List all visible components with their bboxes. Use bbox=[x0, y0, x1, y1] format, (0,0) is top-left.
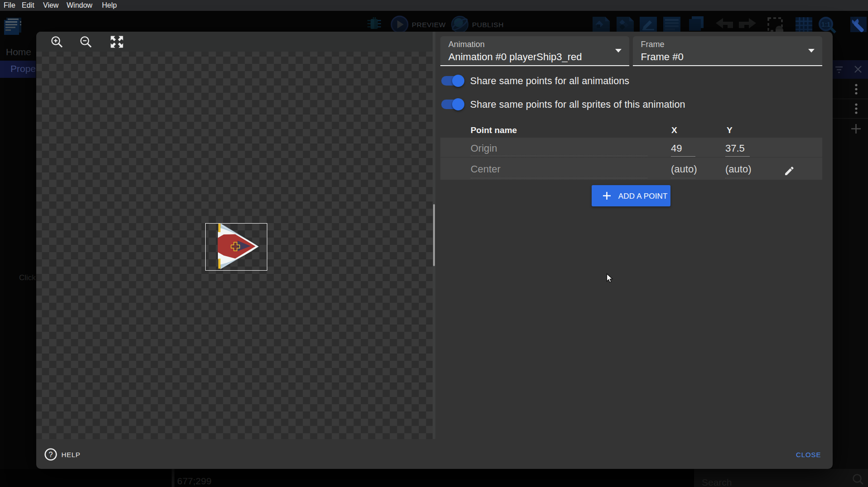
svg-text:?: ? bbox=[49, 451, 53, 458]
svg-text:1:1: 1:1 bbox=[821, 21, 830, 28]
